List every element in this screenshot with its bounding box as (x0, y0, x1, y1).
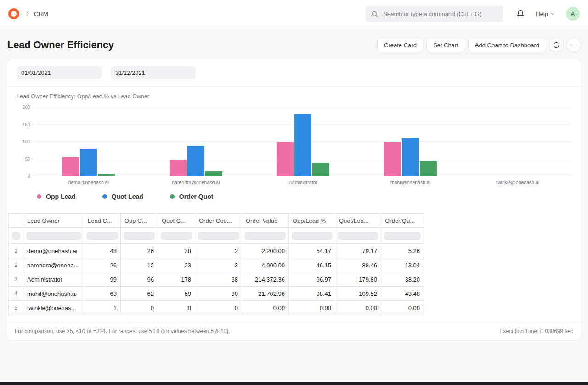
column-header[interactable]: Lead C... (84, 214, 121, 228)
column-filter-input[interactable] (292, 232, 332, 240)
column-filter-input[interactable] (338, 232, 378, 240)
value-cell[interactable]: 69 (158, 287, 195, 301)
value-cell[interactable]: 4,000.00 (242, 258, 289, 272)
value-cell[interactable]: 0.00 (242, 301, 289, 315)
bar[interactable] (277, 142, 294, 176)
value-cell[interactable]: 178 (158, 272, 195, 287)
column-header[interactable]: Quot C... (158, 214, 195, 228)
bar[interactable] (62, 157, 79, 176)
legend-item-quot-lead[interactable]: Quot Lead (102, 193, 143, 200)
value-cell[interactable]: 13.04 (381, 258, 424, 272)
bar[interactable] (384, 142, 401, 176)
value-cell[interactable]: 0 (158, 301, 195, 315)
from-date-input[interactable] (17, 66, 102, 79)
value-cell[interactable]: 12 (121, 258, 158, 272)
column-header[interactable]: Order Cou... (195, 214, 242, 228)
bar[interactable] (205, 171, 222, 176)
value-cell[interactable]: 26 (121, 244, 158, 258)
bar[interactable] (420, 161, 437, 176)
value-cell[interactable]: 0 (195, 301, 242, 315)
lead-owner-cell[interactable]: narendra@oneha... (23, 258, 84, 272)
bar[interactable] (80, 149, 97, 176)
help-menu[interactable]: Help (536, 11, 555, 17)
column-header[interactable]: Opp C... (121, 214, 158, 228)
legend-item-order-quot[interactable]: Order Quot (170, 193, 214, 200)
column-filter-input[interactable] (124, 232, 155, 240)
lead-owner-cell[interactable]: mohil@onehash.ai (23, 287, 84, 301)
column-header[interactable]: Lead Owner (23, 214, 84, 228)
add-chart-to-dashboard-button[interactable]: Add Chart to Dashboard (469, 38, 546, 52)
column-filter-input[interactable] (12, 232, 20, 240)
column-filter-input[interactable] (87, 232, 118, 240)
table-row[interactable]: 4mohil@onehash.ai6362693021,702.9698.411… (9, 287, 424, 301)
value-cell[interactable]: 23 (158, 258, 195, 272)
more-options-button[interactable]: ⋯ (567, 38, 581, 52)
global-search[interactable] (366, 6, 503, 22)
set-chart-button[interactable]: Set Chart (427, 38, 465, 52)
value-cell[interactable]: 43.48 (381, 287, 424, 301)
value-cell[interactable]: 79.17 (335, 244, 381, 258)
value-cell[interactable]: 63 (84, 287, 121, 301)
bar[interactable] (98, 174, 115, 176)
column-header[interactable]: Quot/Lea... (335, 214, 381, 228)
avatar[interactable]: A (566, 7, 580, 21)
table-row[interactable]: 3Administrator999617868214,372.3696.9717… (9, 272, 424, 287)
value-cell[interactable]: 30 (195, 287, 242, 301)
bar[interactable] (312, 163, 329, 176)
value-cell[interactable]: 2 (195, 244, 242, 258)
value-cell[interactable]: 38 (158, 244, 195, 258)
table-row[interactable]: 2narendra@oneha...26122334,000.0046.1588… (9, 258, 424, 272)
app-logo-icon[interactable] (8, 8, 19, 19)
value-cell[interactable]: 88.46 (335, 258, 381, 272)
value-cell[interactable]: 0.00 (381, 301, 424, 315)
bar-group (249, 114, 357, 176)
legend-item-opp-lead[interactable]: Opp Lead (37, 193, 76, 200)
value-cell[interactable]: 179.80 (335, 272, 381, 287)
value-cell[interactable]: 0.00 (289, 301, 335, 315)
value-cell[interactable]: 68 (195, 272, 242, 287)
lead-owner-cell[interactable]: twinkle@onehas... (23, 301, 84, 315)
notifications-button[interactable] (516, 10, 525, 18)
value-cell[interactable]: 54.17 (289, 244, 335, 258)
bar[interactable] (187, 146, 204, 176)
value-cell[interactable]: 99 (84, 272, 121, 287)
value-cell[interactable]: 2,200.00 (242, 244, 289, 258)
value-cell[interactable]: 98.41 (289, 287, 335, 301)
search-input[interactable] (382, 10, 498, 18)
table-row[interactable]: 5twinkle@onehas...10000.000.000.000.00 (9, 301, 424, 315)
lead-owner-cell[interactable]: Administrator (23, 272, 84, 287)
value-cell[interactable]: 48 (84, 244, 121, 258)
column-header[interactable]: Order/Qu... (381, 214, 424, 228)
value-cell[interactable]: 5.26 (381, 244, 424, 258)
bar[interactable] (294, 114, 311, 176)
column-header[interactable]: Order Value (242, 214, 289, 228)
column-filter-input[interactable] (245, 232, 286, 240)
column-filter-input[interactable] (26, 232, 81, 240)
column-filter-input[interactable] (161, 232, 192, 240)
column-filter-input[interactable] (384, 232, 421, 240)
create-card-button[interactable]: Create Card (378, 38, 423, 52)
value-cell[interactable]: 46.15 (289, 258, 335, 272)
lead-owner-cell[interactable]: demo@onehash.ai (23, 244, 84, 258)
chart-title: Lead Owner Efficiency: Opp/Lead % vs Lea… (17, 93, 571, 100)
refresh-button[interactable] (549, 38, 563, 52)
value-cell[interactable]: 26 (84, 258, 121, 272)
bar[interactable] (170, 160, 187, 176)
breadcrumb[interactable]: CRM (34, 11, 48, 17)
value-cell[interactable]: 96.97 (289, 272, 335, 287)
value-cell[interactable]: 38.20 (381, 272, 424, 287)
value-cell[interactable]: 3 (195, 258, 242, 272)
value-cell[interactable]: 109.52 (335, 287, 381, 301)
value-cell[interactable]: 0 (121, 301, 158, 315)
value-cell[interactable]: 1 (84, 301, 121, 315)
column-header[interactable]: Opp/Lead % (289, 214, 335, 228)
value-cell[interactable]: 96 (121, 272, 158, 287)
value-cell[interactable]: 62 (121, 287, 158, 301)
value-cell[interactable]: 21,702.96 (242, 287, 289, 301)
bar[interactable] (402, 138, 419, 176)
column-filter-input[interactable] (198, 232, 239, 240)
to-date-input[interactable] (111, 66, 196, 79)
value-cell[interactable]: 0.00 (335, 301, 381, 315)
table-row[interactable]: 1demo@onehash.ai48263822,200.0054.1779.1… (9, 244, 424, 258)
value-cell[interactable]: 214,372.36 (242, 272, 289, 287)
